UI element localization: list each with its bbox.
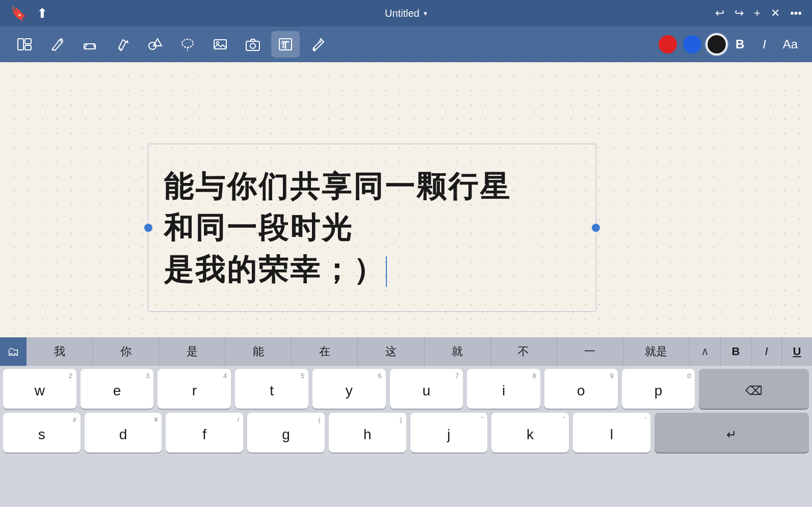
suggestion-你[interactable]: 你: [93, 337, 159, 366]
toolbar: T B I Aa: [0, 26, 812, 62]
tool-pen[interactable]: [43, 31, 71, 58]
keyboard-bold-button[interactable]: B: [720, 337, 751, 366]
key-rows: 2w 3e 4r 5t 6y 7u 8i 9o 0p ⌫ #s ¥d /f (g…: [0, 366, 812, 507]
suggestion-这[interactable]: 这: [358, 337, 424, 366]
keyboard-area: 🗂 我 你 是 能 在 这 就 不 一 就是 ∧ B I U 2w 3e 4r …: [0, 337, 812, 507]
svg-rect-3: [84, 44, 95, 49]
backspace-key[interactable]: ⌫: [699, 369, 809, 409]
color-red[interactable]: [659, 35, 677, 54]
svg-rect-14: [279, 39, 292, 50]
suggestion-不[interactable]: 不: [491, 337, 557, 366]
key-u[interactable]: 7u: [390, 369, 463, 409]
key-o[interactable]: 9o: [544, 369, 618, 409]
share-icon[interactable]: ⬆: [37, 6, 48, 21]
text-cursor: [386, 256, 387, 287]
svg-point-19: [313, 48, 315, 50]
key-d[interactable]: ¥d: [85, 413, 162, 452]
suggestion-是[interactable]: 是: [159, 337, 225, 366]
suggestion-一[interactable]: 一: [557, 337, 623, 366]
text-content: 能与你们共享同一颗行星 和同一段时光 是我的荣幸；）: [148, 155, 596, 300]
suggestion-能[interactable]: 能: [225, 337, 292, 366]
title-bar-right: ↩ ↪ + ✕ •••: [715, 7, 802, 20]
suggestion-就[interactable]: 就: [425, 337, 491, 366]
text-box[interactable]: 能与你们共享同一颗行星 和同一段时光 是我的荣幸；）: [148, 144, 596, 312]
key-row-2: #s ¥d /f (g )h "j "k 'l ↵: [3, 413, 809, 452]
tool-image[interactable]: [206, 31, 234, 58]
text-line-3: 是我的荣幸；）: [164, 253, 385, 286]
tool-lasso[interactable]: [173, 31, 202, 58]
svg-point-11: [217, 42, 219, 44]
title-bar-left: 🔖 ⬆: [10, 6, 48, 21]
key-r[interactable]: 4r: [158, 369, 231, 409]
document-title[interactable]: Untitled: [385, 8, 420, 19]
key-row-1: 2w 3e 4r 5t 6y 7u 8i 9o 0p ⌫: [3, 369, 809, 409]
key-j[interactable]: "j: [410, 413, 488, 452]
title-chevron-icon[interactable]: ▾: [424, 9, 427, 17]
key-f[interactable]: /f: [166, 413, 243, 452]
key-l[interactable]: 'l: [573, 413, 650, 452]
key-h[interactable]: )h: [329, 413, 406, 452]
tool-camera[interactable]: [239, 31, 267, 58]
suggestion-就是[interactable]: 就是: [623, 337, 690, 366]
suggestion-在[interactable]: 在: [292, 337, 358, 366]
canvas-area[interactable]: 能与你们共享同一颗行星 和同一段时光 是我的荣幸；）: [0, 62, 812, 337]
panel-toggle-button[interactable]: 🗂: [0, 337, 27, 366]
svg-rect-10: [214, 40, 226, 49]
color-black[interactable]: [708, 35, 726, 54]
key-s[interactable]: #s: [3, 413, 81, 452]
key-p[interactable]: 0p: [622, 369, 695, 409]
format-aa[interactable]: Aa: [779, 35, 802, 54]
title-bar: 🔖 ⬆ Untitled ▾ ↩ ↪ + ✕ •••: [0, 0, 812, 26]
add-page-button[interactable]: +: [754, 7, 761, 20]
more-options-button[interactable]: •••: [790, 7, 802, 20]
svg-rect-1: [25, 39, 31, 44]
suggestion-row: 🗂 我 你 是 能 在 这 就 不 一 就是 ∧ B I U: [0, 337, 812, 366]
svg-rect-0: [18, 39, 23, 50]
svg-point-13: [250, 43, 255, 48]
suggestions-more-button[interactable]: ∧: [690, 337, 720, 366]
close-button[interactable]: ✕: [771, 7, 780, 20]
svg-rect-12: [246, 41, 259, 50]
text-line-2: 和同一段时光: [164, 211, 353, 244]
svg-point-6: [149, 42, 156, 49]
panel-icon: 🗂: [7, 344, 19, 359]
color-blue[interactable]: [683, 35, 701, 54]
redo-button[interactable]: ↪: [735, 7, 744, 20]
tool-eraser[interactable]: [75, 31, 104, 58]
svg-marker-7: [153, 39, 162, 46]
tool-text[interactable]: T: [271, 31, 300, 58]
tool-panels[interactable]: [10, 31, 39, 58]
handle-right[interactable]: [592, 224, 600, 232]
undo-button[interactable]: ↩: [715, 7, 724, 20]
key-t[interactable]: 5t: [235, 369, 308, 409]
tool-marker[interactable]: [108, 31, 137, 58]
suggestion-我[interactable]: 我: [27, 337, 93, 366]
svg-line-18: [320, 41, 322, 43]
enter-key[interactable]: ↵: [654, 413, 809, 452]
svg-line-5: [119, 48, 121, 51]
format-italic[interactable]: I: [754, 35, 775, 54]
text-line-1: 能与你们共享同一颗行星: [164, 170, 511, 203]
key-g[interactable]: (g: [247, 413, 325, 452]
title-bar-center: Untitled ▾: [385, 8, 427, 19]
key-e[interactable]: 3e: [81, 369, 154, 409]
color-row: [659, 35, 726, 54]
svg-point-8: [182, 39, 193, 47]
format-bold[interactable]: B: [730, 35, 750, 54]
bookmark-icon[interactable]: 🔖: [10, 6, 27, 21]
keyboard-underline-button[interactable]: U: [781, 337, 812, 366]
tool-eyedropper[interactable]: [304, 31, 332, 58]
handle-left[interactable]: [144, 224, 152, 232]
svg-rect-2: [25, 45, 31, 50]
key-k[interactable]: "k: [491, 413, 569, 452]
svg-text:T: T: [281, 42, 286, 49]
key-w[interactable]: 2w: [3, 369, 76, 409]
key-i[interactable]: 8i: [467, 369, 540, 409]
key-y[interactable]: 6y: [312, 369, 386, 409]
tool-shapes[interactable]: [141, 31, 169, 58]
keyboard-italic-button[interactable]: I: [751, 337, 781, 366]
